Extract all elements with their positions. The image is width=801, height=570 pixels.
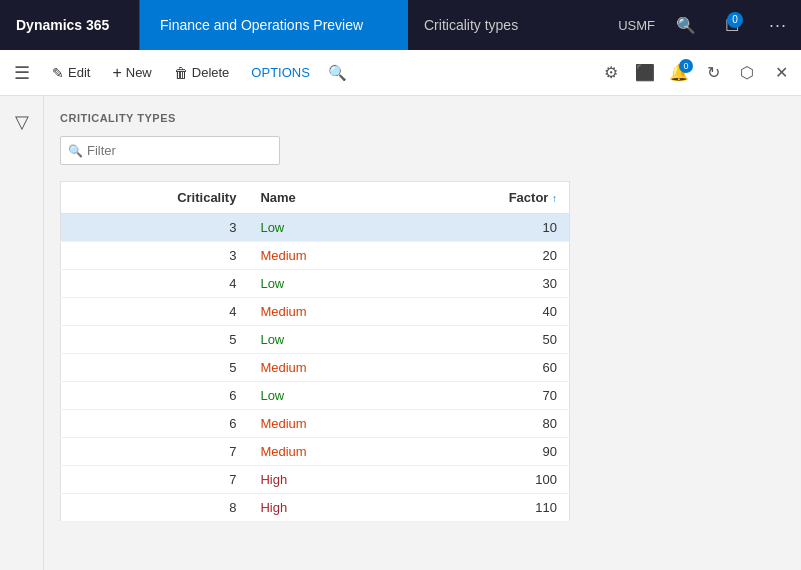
hamburger-button[interactable]: ☰ [4,55,40,91]
settings-button[interactable]: ⚙ [595,57,627,89]
cell-criticality: 5 [61,326,249,354]
edit-label: Edit [68,65,90,80]
page-title-nav: Criticality types [408,0,610,50]
col-factor[interactable]: Factor ↑ [406,182,569,214]
table-row[interactable]: 6Medium80 [61,410,570,438]
cell-criticality: 6 [61,382,249,410]
col-criticality[interactable]: Criticality [61,182,249,214]
top-nav: Dynamics 365 Finance and Operations Prev… [0,0,801,50]
delete-icon: 🗑 [174,65,188,81]
cell-criticality: 7 [61,438,249,466]
open-external-button[interactable]: ⬡ [731,57,763,89]
toolbar: ☰ ✎ Edit + New 🗑 Delete OPTIONS 🔍 ⚙ ⬛ 🔔 … [0,50,801,96]
cell-factor: 110 [406,494,569,522]
cell-factor: 40 [406,298,569,326]
section-title: CRITICALITY TYPES [60,112,785,124]
cell-factor: 80 [406,410,569,438]
table-row[interactable]: 7High100 [61,466,570,494]
cell-name: Low [248,326,406,354]
table-row[interactable]: 7Medium90 [61,438,570,466]
table-row[interactable]: 3Medium20 [61,242,570,270]
cell-name: High [248,466,406,494]
cell-name: Low [248,382,406,410]
brand-label: Dynamics 365 [16,17,109,33]
table-row[interactable]: 8High110 [61,494,570,522]
cell-criticality: 6 [61,410,249,438]
cell-name: Low [248,270,406,298]
cell-name: Medium [248,354,406,382]
cell-name: Medium [248,298,406,326]
delete-button[interactable]: 🗑 Delete [164,59,240,87]
cell-factor: 50 [406,326,569,354]
cell-criticality: 3 [61,242,249,270]
close-button[interactable]: ✕ [765,57,797,89]
data-table: Criticality Name Factor ↑ 3Low103Medium2… [60,181,570,522]
cell-criticality: 4 [61,298,249,326]
cell-factor: 10 [406,214,569,242]
cell-criticality: 3 [61,214,249,242]
new-label: New [126,65,152,80]
nav-right-section: USMF 🔍 ☐ 0 ··· [610,0,801,50]
more-nav-button[interactable]: ··· [755,0,801,50]
col-name[interactable]: Name [248,182,406,214]
new-button[interactable]: + New [102,58,161,88]
new-icon: + [112,64,121,82]
office-button[interactable]: ⬛ [629,57,661,89]
edit-icon: ✎ [52,65,64,81]
refresh-button[interactable]: ↻ [697,57,729,89]
toolbar-right: ⚙ ⬛ 🔔 0 ↻ ⬡ ✕ [595,57,797,89]
filter-input-icon: 🔍 [68,144,83,158]
table-row[interactable]: 5Medium60 [61,354,570,382]
cell-name: Medium [248,242,406,270]
notif-toolbar-button[interactable]: 🔔 0 [663,57,695,89]
filter-input[interactable] [60,136,280,165]
cell-factor: 100 [406,466,569,494]
table-row[interactable]: 6Low70 [61,382,570,410]
toolbar-search-button[interactable]: 🔍 [322,57,354,89]
options-button[interactable]: OPTIONS [241,59,320,86]
main-content: ▽ CRITICALITY TYPES 🔍 Criticality Name F… [0,96,801,570]
table-row[interactable]: 3Low10 [61,214,570,242]
notif-toolbar-badge: 0 [679,59,693,73]
cell-factor: 90 [406,438,569,466]
table-header-row: Criticality Name Factor ↑ [61,182,570,214]
cell-factor: 70 [406,382,569,410]
notification-badge: 0 [727,12,743,28]
options-label: OPTIONS [251,65,310,80]
filter-sidebar-button[interactable]: ▽ [4,104,40,140]
search-nav-button[interactable]: 🔍 [663,0,709,50]
cell-criticality: 7 [61,466,249,494]
sidebar: ▽ [0,96,44,570]
table-row[interactable]: 5Low50 [61,326,570,354]
brand-logo[interactable]: Dynamics 365 [0,0,140,50]
app-title: Finance and Operations Preview [140,0,408,50]
cell-criticality: 4 [61,270,249,298]
cell-name: Medium [248,410,406,438]
usmf-label: USMF [610,18,663,33]
cell-factor: 30 [406,270,569,298]
cell-name: Medium [248,438,406,466]
cell-name: Low [248,214,406,242]
notification-nav-button[interactable]: ☐ 0 [709,0,755,50]
cell-criticality: 8 [61,494,249,522]
table-row[interactable]: 4Low30 [61,270,570,298]
content-area: CRITICALITY TYPES 🔍 Criticality Name Fac… [44,96,801,570]
cell-factor: 60 [406,354,569,382]
filter-input-wrapper: 🔍 [60,136,280,165]
delete-label: Delete [192,65,230,80]
cell-factor: 20 [406,242,569,270]
table-row[interactable]: 4Medium40 [61,298,570,326]
edit-button[interactable]: ✎ Edit [42,59,100,87]
sort-asc-icon: ↑ [552,193,557,204]
cell-name: High [248,494,406,522]
cell-criticality: 5 [61,354,249,382]
